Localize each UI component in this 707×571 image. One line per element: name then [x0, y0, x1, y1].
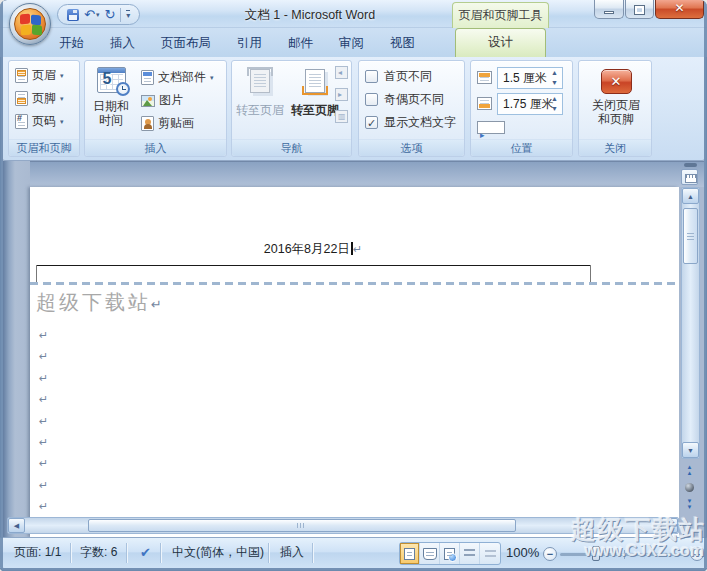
- web-layout-view-button[interactable]: [440, 543, 460, 564]
- body-text-line[interactable]: 超级下载站↵: [36, 289, 162, 316]
- group-label-position: 位置: [471, 139, 572, 156]
- page-number-button[interactable]: 页码 ▾: [12, 111, 67, 132]
- document-workspace: 2016年8月22日↵ 超级下载站↵ ↵↵↵↵↵↵↵↵↵↵ ▲ ▼ ▲▲ ▼▼ …: [3, 161, 704, 537]
- print-layout-icon: [404, 548, 415, 560]
- outline-view-button[interactable]: [460, 543, 480, 564]
- scroll-down-button[interactable]: ▼: [682, 442, 699, 458]
- save-button[interactable]: [67, 9, 79, 21]
- page-indicator[interactable]: 页面: 1/1: [6, 538, 69, 568]
- office-button[interactable]: [9, 3, 51, 45]
- previous-page-button[interactable]: ▲▲: [681, 464, 698, 476]
- clock-icon: [116, 82, 130, 96]
- customize-qat-button[interactable]: ▾: [126, 10, 130, 20]
- group-close: ✕ 关闭页眉 和页脚 关闭: [578, 60, 652, 157]
- next-section-button[interactable]: [335, 88, 348, 101]
- minimize-button[interactable]: [594, 0, 624, 19]
- header-paragraph-mark: ↵: [353, 243, 362, 255]
- tab-home[interactable]: 开始: [46, 30, 97, 57]
- workspace-top-strip: [3, 161, 704, 187]
- goto-header-button[interactable]: 转至页眉: [234, 69, 286, 117]
- restore-button[interactable]: [625, 0, 654, 19]
- tab-design-active[interactable]: 设计: [455, 28, 546, 57]
- goto-footer-button[interactable]: 转至页脚: [288, 69, 342, 117]
- quick-parts-dropdown-icon: ▾: [210, 74, 214, 82]
- group-options: 首页不同奇偶页不同✓显示文档文字 选项: [358, 60, 465, 157]
- redo-button[interactable]: ↻: [104, 7, 115, 22]
- print-layout-view-button[interactable]: [400, 543, 420, 564]
- header-from-top-spinner[interactable]: ▲▼: [549, 69, 560, 87]
- footer-from-bottom-field[interactable]: 1.75 厘米 ▲▼: [497, 93, 563, 115]
- word-count[interactable]: 字数: 6: [72, 538, 125, 568]
- undo-dropdown-icon[interactable]: ▾: [96, 11, 100, 19]
- zoom-slider-thumb[interactable]: [592, 546, 600, 561]
- checkbox-label: 首页不同: [384, 68, 432, 85]
- language-indicator[interactable]: 中文(简体，中国): [164, 538, 272, 568]
- footer-icon: [15, 91, 28, 106]
- paragraph-mark: ↵: [39, 393, 48, 406]
- paragraph-mark: ↵: [39, 329, 48, 342]
- checkbox-different-first-page[interactable]: 首页不同: [365, 67, 432, 85]
- checkbox-icon[interactable]: [365, 93, 378, 106]
- ruler-toggle-button[interactable]: [681, 169, 698, 185]
- document-page[interactable]: 2016年8月22日↵ 超级下载站↵ ↵↵↵↵↵↵↵↵↵↵: [30, 187, 679, 537]
- header-button[interactable]: 页眉 ▾: [12, 65, 67, 86]
- quick-parts-icon: [141, 70, 154, 85]
- close-header-footer-button[interactable]: ✕ 关闭页眉 和页脚: [579, 61, 653, 126]
- clipart-button[interactable]: 剪贴画: [138, 113, 197, 134]
- zoom-out-button[interactable]: −: [543, 547, 557, 561]
- workspace-left-shade: [3, 161, 30, 537]
- tab-insert[interactable]: 插入: [97, 30, 148, 57]
- paragraph-mark: ↵: [39, 436, 48, 449]
- scroll-left-button[interactable]: ◀: [8, 518, 25, 533]
- link-to-previous-icon: [335, 110, 348, 123]
- checkbox-show-document-text[interactable]: ✓显示文档文字: [365, 113, 456, 131]
- group-navigation: 转至页眉 转至页脚 导航: [231, 60, 352, 157]
- picture-button[interactable]: 图片: [138, 90, 186, 111]
- tab-review[interactable]: 审阅: [326, 30, 377, 57]
- undo-button[interactable]: ↶▾: [84, 7, 99, 22]
- tab-page-layout[interactable]: 页面布局: [148, 30, 224, 57]
- page-number-dropdown-icon: ▾: [60, 118, 64, 126]
- date-time-button[interactable]: 5 日期和 时间: [88, 67, 134, 127]
- close-button[interactable]: ✕: [655, 0, 704, 19]
- zoom-level[interactable]: 100%: [506, 538, 539, 568]
- tab-references[interactable]: 引用: [224, 30, 275, 57]
- scroll-up-button[interactable]: ▲: [682, 188, 699, 204]
- insert-alignment-tab-button[interactable]: [477, 121, 505, 134]
- next-page-button[interactable]: ▼▼: [681, 498, 698, 510]
- header-text-area[interactable]: 2016年8月22日↵: [36, 241, 590, 258]
- close-header-footer-icon: ✕: [601, 69, 632, 94]
- scroll-right-button[interactable]: ▶: [661, 518, 678, 533]
- fullscreen-reading-view-button[interactable]: [420, 543, 440, 564]
- split-handle[interactable]: [684, 163, 697, 167]
- insert-mode-indicator[interactable]: 插入: [272, 538, 312, 568]
- select-browse-object-button[interactable]: [685, 483, 694, 492]
- goto-header-icon: [250, 69, 270, 93]
- checkbox-icon[interactable]: [365, 70, 378, 83]
- spellcheck-status-icon[interactable]: ✔: [132, 538, 159, 568]
- checkbox-different-odd-even[interactable]: 奇偶页不同: [365, 90, 444, 108]
- group-position: 1.5 厘米 ▲▼ 1.75 厘米 ▲▼ 位置: [470, 60, 573, 157]
- link-to-previous-button[interactable]: [335, 110, 348, 123]
- header-from-top-field[interactable]: 1.5 厘米 ▲▼: [497, 67, 563, 89]
- insert-alignment-tab-icon: [477, 121, 505, 134]
- vertical-scroll-thumb[interactable]: [683, 208, 698, 264]
- footer-from-bottom-spinner[interactable]: ▲▼: [549, 95, 560, 113]
- zoom-slider-track[interactable]: [560, 553, 688, 556]
- header-border-tick-left: [36, 265, 37, 282]
- horizontal-scroll-thumb[interactable]: [88, 519, 516, 532]
- paragraph-mark: ↵: [39, 415, 48, 428]
- quick-parts-button[interactable]: 文档部件 ▾: [138, 67, 217, 88]
- footer-button[interactable]: 页脚 ▾: [12, 88, 67, 109]
- tab-view[interactable]: 视图: [377, 30, 428, 57]
- horizontal-scrollbar[interactable]: ◀ ▶: [7, 517, 679, 534]
- checkbox-icon[interactable]: ✓: [365, 116, 378, 129]
- tab-mailings[interactable]: 邮件: [275, 30, 326, 57]
- zoom-in-button[interactable]: +: [690, 547, 704, 561]
- vertical-scrollbar[interactable]: ▲ ▼: [681, 187, 700, 459]
- page-number-icon: [15, 114, 28, 129]
- previous-section-button[interactable]: [335, 66, 348, 79]
- header-body-separator: [30, 282, 679, 285]
- title-bar: ↶▾ ↻ ▾ 文档 1 - Microsoft Word 页眉和页脚工具 ✕: [0, 0, 707, 28]
- draft-view-button[interactable]: [480, 543, 500, 564]
